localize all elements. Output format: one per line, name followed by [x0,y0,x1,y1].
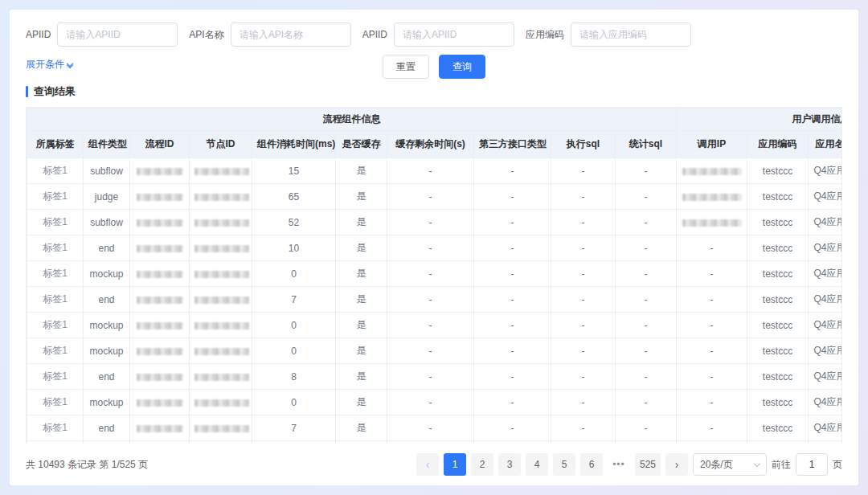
cell-app-code: testccc [747,338,809,364]
cell-component-type: subflow [84,158,130,184]
page-button-4[interactable]: 4 [526,453,548,476]
field-input-2[interactable] [394,22,514,47]
cell-third-party-type: - [474,441,551,444]
cell-component-type: mockup [84,390,130,415]
cell-component-type: judge [84,184,130,210]
cell-elapsed-ms: 65 [252,184,336,210]
cell-app-code: testccc [747,210,809,235]
cell-flow-id [130,364,190,390]
column-header: 组件消耗时间(ms) [252,131,336,158]
cell-tag: 标签1 [27,338,84,364]
cell-stat-sql: - [616,235,677,261]
redacted-value [194,194,249,201]
prev-page-button[interactable]: ‹ [416,453,439,476]
cell-app-name: Q4应用一 [809,415,843,441]
cell-elapsed-ms: 0 [252,390,336,415]
results-table-container[interactable]: 流程组件信息用户调用信息 所属标签组件类型流程ID节点ID组件消耗时间(ms)是… [26,107,842,444]
cell-node-id [190,441,252,444]
page-button-3[interactable]: 3 [498,453,521,476]
field-label: 应用编码 [526,28,564,42]
search-button[interactable]: 查询 [439,55,485,79]
field-input-1[interactable] [231,22,351,47]
ellipsis-pages-button[interactable]: ••• [608,453,630,476]
cell-cached: 是 [336,415,387,441]
cell-stat-sql: - [616,184,677,210]
redacted-value [682,168,742,175]
redacted-value [137,271,183,278]
query-form: APIIDAPI名称APIID应用编码 [26,22,842,47]
page-button-6[interactable]: 6 [580,453,603,476]
page-button-2[interactable]: 2 [471,453,493,476]
group-header: 流程组件信息 [27,108,677,131]
cell-cached: 是 [336,235,387,261]
cell-app-code: testccc [747,158,809,184]
redacted-value [194,374,249,381]
page-size-select[interactable]: 20条/页 [693,453,767,476]
goto-page-input[interactable] [796,453,828,476]
cell-app-code: testccc [747,287,809,313]
redacted-value [137,399,183,407]
next-page-button[interactable]: › [665,453,688,476]
cell-flow-id [130,415,190,441]
cell-flow-id [130,261,190,287]
cell-stat-sql: - [616,158,677,184]
cell-elapsed-ms: 0 [252,338,336,364]
redacted-value [137,245,183,252]
redacted-value [137,194,183,201]
cell-call-ip: - [677,390,747,415]
field-input-0[interactable] [57,22,178,47]
cell-elapsed-ms: 7 [252,287,336,313]
table-row: 标签1subflow15是----testcccQ4应用一{"HnaT [27,158,843,184]
cell-node-id [190,158,252,184]
redacted-value [194,399,249,407]
last-page-button[interactable]: 525 [635,453,661,476]
cell-stat-sql: - [616,287,677,313]
field-label: APIID [26,29,51,40]
cell-app-name: Q4应用一 [809,390,843,415]
cell-tag: 标签1 [27,158,84,184]
cell-stat-sql: - [616,313,677,338]
cell-app-code: testccc [747,441,809,444]
table-row: 标签1end8是-----testcccQ4应用一 [27,364,843,390]
table-row: 标签1mockup0是-----testcccQ4应用一 [27,261,843,287]
cell-app-code: testccc [747,184,809,210]
cell-stat-sql: - [616,261,677,287]
cell-cache-remaining: - [387,390,474,415]
field-label: APIID [362,29,387,40]
cell-third-party-type: - [474,210,551,235]
redacted-value [137,297,183,304]
cell-call-ip: - [677,313,747,338]
cell-call-ip: - [677,415,747,441]
cell-exec-sql: - [551,415,616,441]
cell-exec-sql: - [551,364,616,390]
table-row: 标签1end7是-----testcccQ4应用一 [27,415,843,441]
cell-cached: 是 [336,313,387,338]
redacted-value [194,425,249,432]
redacted-value [682,194,742,201]
cell-exec-sql: - [551,287,616,313]
cell-component-type: end [84,287,130,313]
cell-component-type: end [84,364,130,390]
expand-conditions-link[interactable]: 展开条件 [26,58,72,72]
cell-exec-sql: - [551,184,616,210]
reset-button[interactable]: 重置 [383,55,429,79]
cell-flow-id [130,441,190,444]
cell-stat-sql: - [616,338,677,364]
cell-cache-remaining: - [387,415,474,441]
cell-node-id [190,210,252,235]
page-button-1[interactable]: 1 [444,453,466,476]
cell-call-ip: - [677,235,747,261]
form-actions-row: 展开条件 重置 查询 [26,55,842,81]
redacted-value [137,322,183,329]
cell-cached: 是 [336,390,387,415]
cell-tag: 标签1 [27,364,84,390]
cell-flow-id [130,158,190,184]
cell-cached: 是 [336,338,387,364]
field-input-3[interactable] [571,22,691,47]
cell-tag: 标签1 [27,313,84,338]
page-button-5[interactable]: 5 [553,453,575,476]
cell-third-party-type: - [474,415,551,441]
cell-app-code: testccc [747,235,809,261]
table-row: 标签1mockup0是-----testcccQ4应用一 [27,441,843,444]
table-row: 标签1subflow52是----testcccQ4应用一{"HnaT [27,210,843,235]
